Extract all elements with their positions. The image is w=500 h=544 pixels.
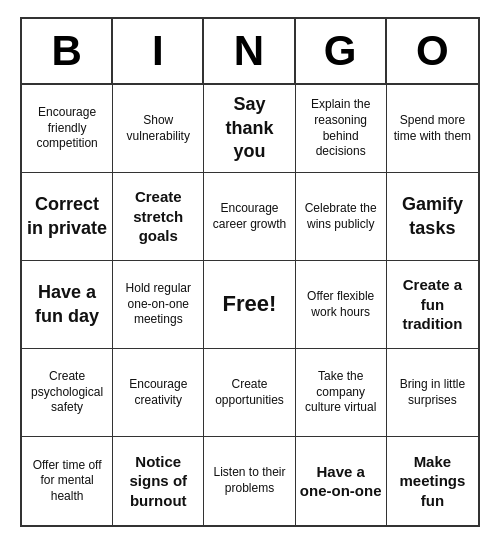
bingo-cell: Bring in little surprises	[387, 349, 478, 437]
bingo-cell: Create opportunities	[204, 349, 295, 437]
bingo-cell: Gamify tasks	[387, 173, 478, 261]
bingo-cell: Listen to their problems	[204, 437, 295, 525]
bingo-cell: Offer flexible work hours	[296, 261, 387, 349]
bingo-cell: Create a fun tradition	[387, 261, 478, 349]
bingo-cell: Spend more time with them	[387, 85, 478, 173]
bingo-cell: Create psychological safety	[22, 349, 113, 437]
bingo-cell: Have a fun day	[22, 261, 113, 349]
bingo-cell: Celebrate the wins publicly	[296, 173, 387, 261]
bingo-cell: Have a one-on-one	[296, 437, 387, 525]
bingo-cell: Hold regular one-on-one meetings	[113, 261, 204, 349]
bingo-cell: Explain the reasoning behind decisions	[296, 85, 387, 173]
bingo-cell: Create stretch goals	[113, 173, 204, 261]
bingo-cell: Encourage creativity	[113, 349, 204, 437]
bingo-cell: Show vulnerability	[113, 85, 204, 173]
header-letter: G	[296, 19, 387, 83]
bingo-cell: Free!	[204, 261, 295, 349]
bingo-cell: Say thank you	[204, 85, 295, 173]
bingo-cell: Take the company culture virtual	[296, 349, 387, 437]
bingo-cell: Encourage friendly competition	[22, 85, 113, 173]
bingo-cell: Correct in private	[22, 173, 113, 261]
header-letter: N	[204, 19, 295, 83]
bingo-card: BINGO Encourage friendly competitionShow…	[20, 17, 480, 527]
bingo-cell: Make meetings fun	[387, 437, 478, 525]
bingo-cell: Notice signs of burnout	[113, 437, 204, 525]
bingo-header: BINGO	[22, 19, 478, 85]
bingo-grid: Encourage friendly competitionShow vulne…	[22, 85, 478, 525]
bingo-cell: Encourage career growth	[204, 173, 295, 261]
header-letter: O	[387, 19, 478, 83]
bingo-cell: Offer time off for mental health	[22, 437, 113, 525]
header-letter: B	[22, 19, 113, 83]
header-letter: I	[113, 19, 204, 83]
